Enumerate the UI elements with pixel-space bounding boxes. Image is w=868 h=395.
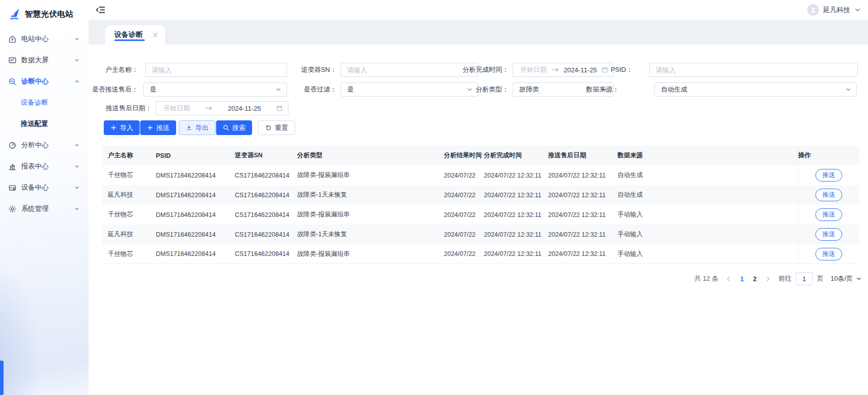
table-header-row: 户主名称 PSID 逆变器SN 分析类型 分析结果时间 分析完成时间 推送售后日… [102, 146, 859, 165]
sidebar-scrollbar[interactable] [0, 361, 4, 395]
row-push-button[interactable]: 推送 [815, 169, 842, 182]
goto-page-input[interactable] [796, 272, 813, 285]
col-owner-name: 户主名称 [102, 146, 156, 165]
tab-device-diagnosis[interactable]: 设备诊断 [105, 25, 165, 45]
push-button[interactable]: 推送 [140, 120, 176, 135]
sidebar-subitem-device-diagnosis[interactable]: 设备诊断 [0, 92, 89, 113]
plus-icon [147, 124, 153, 131]
page-content: 户主名称： 逆变器SN： 分析完成时间： 开始日期 2024-11-25 PSI… [89, 45, 868, 395]
main-area: 延凡科技 设备诊断 户主名称： 逆变器SN： 分析完成时间： 开始 [89, 0, 868, 395]
sidebar-item-label: 分析中心 [21, 141, 49, 150]
cell-type: 故障类-1天未恢复 [297, 225, 444, 244]
col-psid: PSID [156, 146, 235, 165]
search-icon [223, 124, 229, 131]
select-value: 自动生成 [661, 85, 687, 94]
col-result-time: 分析结果时间 [444, 146, 484, 165]
page-number-1[interactable]: 1 [739, 275, 745, 283]
cell-result-time: 2024/07/22 [444, 225, 484, 244]
row-push-button[interactable]: 推送 [815, 189, 842, 201]
user-menu[interactable]: 延凡科技 [807, 4, 861, 16]
data-source-label: 数据来源： [572, 82, 619, 97]
cell-owner: 延凡科技 [102, 225, 156, 244]
cell-sn: CS1716462208414 [235, 225, 297, 244]
col-analysis-type: 分析类型 [297, 146, 444, 165]
sidebar-subitem-label: 推送配置 [21, 120, 48, 127]
cell-sn: CS1716462208414 [235, 165, 297, 185]
sidebar-subitem-push-config[interactable]: 推送配置 [0, 113, 89, 135]
diagnosis-table: 户主名称 PSID 逆变器SN 分析类型 分析结果时间 分析完成时间 推送售后日… [102, 146, 859, 264]
page-size-select[interactable]: 10条/页 [831, 274, 862, 283]
cell-type: 故障类-报装漏组串 [297, 165, 444, 185]
cell-owner: 千丝物芯 [102, 244, 156, 264]
sidebar-item-system-management[interactable]: 系统管理 [0, 198, 89, 220]
export-button[interactable]: 导出 [179, 120, 216, 135]
table-row: 延凡科技 DMS1716462208414 CS1716462208414 故障… [102, 225, 859, 244]
range-start-placeholder: 开始日期 [520, 65, 547, 74]
home-icon [8, 35, 17, 43]
sidebar-item-analysis-center[interactable]: 分析中心 [0, 135, 89, 156]
user-icon [810, 7, 817, 14]
next-page-icon[interactable] [765, 276, 771, 282]
cell-type: 故障类-报装漏组串 [297, 205, 444, 225]
sidebar-item-data-screen[interactable]: 数据大屏 [0, 50, 89, 71]
analysis-icon [8, 141, 17, 150]
chevron-down-icon [845, 86, 851, 93]
owner-name-label: 户主名称： [95, 63, 138, 77]
cell-source: 手动输入 [617, 205, 798, 225]
psid-input[interactable] [650, 63, 857, 76]
cell-push-date: 2024/07/22 12:32:11 [548, 244, 617, 264]
cell-psid: DMS1716462208414 [156, 225, 235, 244]
screen-icon [8, 56, 17, 65]
cell-complete-time: 2024/07/22 12:32:11 [484, 205, 548, 225]
sidebar: 智慧光伏电站 电站中心 数据大屏 [0, 0, 89, 395]
select-value: 故障类 [519, 85, 539, 94]
import-button[interactable]: 导入 [104, 120, 140, 135]
reset-button[interactable]: 重置 [258, 120, 295, 135]
sidebar-item-label: 报表中心 [21, 162, 49, 171]
chevron-down-icon [74, 185, 80, 191]
close-icon[interactable] [152, 32, 158, 38]
inverter-sn-label: 逆变器SN： [281, 63, 337, 77]
export-label: 导出 [195, 123, 209, 133]
sidebar-item-diagnosis-center[interactable]: 诊断中心 [0, 71, 89, 92]
chevron-down-icon [74, 57, 80, 63]
analysis-type-label: 分析类型： [441, 82, 509, 97]
page-number-2[interactable]: 2 [752, 275, 758, 283]
app-root: 智慧光伏电站 电站中心 数据大屏 [0, 0, 868, 395]
download-icon [186, 124, 192, 131]
pagination: 共 12 条 1 2 前往 页 10条/页 [694, 271, 862, 286]
collapse-menu-icon[interactable] [95, 5, 106, 15]
report-icon [8, 162, 17, 171]
cell-source: 自动生成 [617, 185, 798, 205]
cell-result-time: 2024/07/22 [444, 205, 484, 225]
cell-result-time: 2024/07/22 [444, 185, 484, 205]
chevron-down-icon [856, 276, 862, 282]
search-button[interactable]: 搜索 [216, 120, 252, 135]
owner-name-input[interactable] [146, 63, 286, 76]
push-date-label: 推送售后日期： [98, 101, 152, 115]
cell-complete-time: 2024/07/22 12:32:11 [484, 185, 548, 205]
prev-page-icon[interactable] [725, 276, 732, 282]
col-push-date: 推送售后日期 [548, 146, 617, 165]
reset-icon [265, 124, 272, 131]
push-aftersales-select[interactable]: 是 [143, 82, 287, 97]
cell-result-time: 2024/07/22 [444, 244, 484, 264]
diagnosis-icon [8, 77, 17, 86]
tab-label: 设备诊断 [114, 30, 143, 39]
sidebar-subitem-label: 设备诊断 [21, 99, 48, 106]
cell-psid: DMS1716462208414 [156, 165, 235, 185]
sidebar-item-station-center[interactable]: 电站中心 [0, 28, 89, 50]
cell-push-date: 2024/07/22 12:32:11 [548, 165, 617, 185]
data-source-select[interactable]: 自动生成 [654, 82, 857, 97]
sidebar-item-device-center[interactable]: 设备中心 [0, 177, 89, 198]
chevron-down-icon [74, 163, 80, 169]
col-inverter-sn: 逆变器SN [235, 146, 297, 165]
row-push-button[interactable]: 推送 [815, 248, 842, 260]
page-size-value: 10条/页 [831, 274, 853, 283]
row-push-button[interactable]: 推送 [815, 228, 842, 241]
push-date-range[interactable]: 开始日期 2024-11-25 [156, 101, 288, 115]
push-label: 推送 [156, 123, 170, 133]
sidebar-item-report-center[interactable]: 报表中心 [0, 156, 89, 177]
row-push-button[interactable]: 推送 [815, 208, 842, 221]
col-actions: 操作 [798, 146, 859, 165]
